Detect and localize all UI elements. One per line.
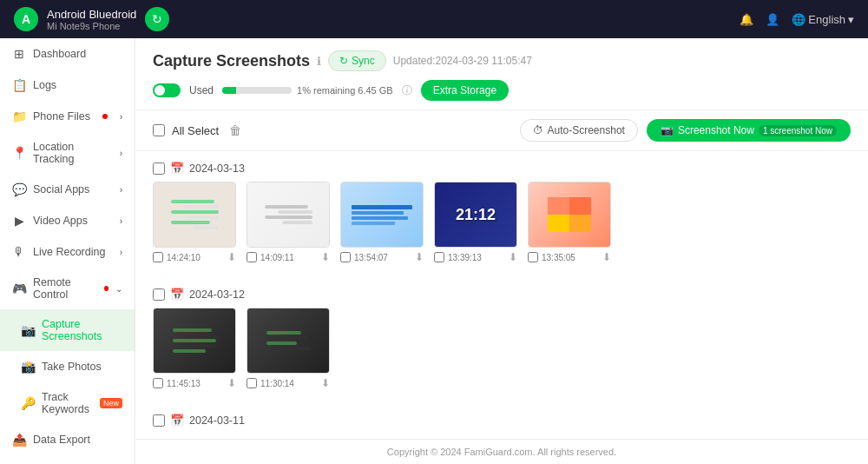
sidebar-item-logs[interactable]: 📋 Logs [0, 70, 135, 101]
download-icon[interactable]: ⬇ [227, 251, 236, 263]
page-title-row: Capture Screenshots ℹ ↻ Sync Updated:202… [153, 50, 851, 71]
navbar-sync-button[interactable]: ↻ [145, 7, 169, 31]
screenshot-now-button[interactable]: 📷 Screenshot Now 1 screenshot Now [647, 119, 851, 142]
screenshot-checkbox-time: 13:39:13 [434, 252, 482, 262]
app-logo: A [14, 7, 38, 31]
sidebar-item-social-apps[interactable]: 💬 Social Apps › [0, 174, 135, 205]
chevron-right-icon: › [120, 216, 122, 226]
screenshot-checkbox-time: 11:30:14 [247, 378, 294, 388]
screenshot-thumbnail [340, 182, 424, 248]
date-header-2: 📅 2024-03-11 [153, 403, 851, 434]
download-icon[interactable]: ⬇ [321, 377, 330, 389]
sidebar-item-dashboard[interactable]: ⊞ Dashboard [0, 38, 135, 70]
user-avatar-icon[interactable]: 👤 [766, 13, 779, 26]
thumbnail-preview [154, 182, 235, 247]
sidebar-item-track-keywords[interactable]: 🔑 Track Keywords New [0, 382, 135, 424]
sidebar-item-remote-control[interactable]: 🎮 Remote Control ⌄ [0, 268, 135, 309]
storage-bar [222, 87, 292, 94]
download-icon[interactable]: ⬇ [509, 251, 517, 263]
camera-icon: 📸 [21, 360, 35, 374]
svg-rect-1 [548, 197, 569, 215]
screenshot-time: 14:24:10 [167, 253, 201, 262]
info-icon[interactable]: ℹ [317, 55, 321, 68]
svg-rect-3 [548, 215, 569, 232]
sidebar-label-take-photos: Take Photos [42, 361, 102, 373]
screenshot-now-label: Screenshot Now [678, 124, 754, 136]
screenshot-item[interactable]: 14:24:10 ⬇ [153, 182, 236, 263]
download-icon[interactable]: ⬇ [321, 251, 330, 263]
screenshots-scroll: 📅 2024-03-13 [135, 151, 868, 439]
screenshot-item[interactable]: 11:45:13 ⬇ [153, 308, 236, 389]
sync-button[interactable]: ↻ Sync [328, 50, 386, 71]
date-label-1: 2024-03-12 [189, 288, 245, 301]
recording-icon: 🎙 [12, 245, 26, 259]
language-selector[interactable]: 🌐 English ▾ [792, 13, 854, 26]
sidebar-label-dashboard: Dashboard [33, 48, 86, 60]
all-select-checkbox[interactable] [153, 124, 165, 136]
storage-toggle[interactable] [153, 83, 181, 97]
screenshot-bottom: 11:45:13 ⬇ [153, 377, 236, 389]
sidebar-item-capture-screenshots[interactable]: 📷 Capture Screenshots [0, 309, 135, 351]
download-icon[interactable]: ⬇ [415, 251, 424, 263]
location-icon: 📍 [12, 146, 26, 160]
date-group-2024-03-11: 📅 2024-03-11 [153, 403, 851, 434]
keywords-icon: 🔑 [21, 396, 35, 410]
thumbnail-preview [247, 182, 329, 247]
chevron-right-icon: › [120, 185, 122, 195]
screenshot-checkbox[interactable] [528, 252, 538, 262]
screenshot-checkbox[interactable] [340, 252, 351, 262]
screenshot-checkbox[interactable] [153, 252, 163, 262]
date-group-2024-03-12: 📅 2024-03-12 [153, 277, 851, 389]
download-icon[interactable]: ⬇ [227, 377, 236, 389]
sidebar-item-take-photos[interactable]: 📸 Take Photos [0, 351, 135, 382]
sidebar-item-phone-files[interactable]: 📁 Phone Files › [0, 101, 135, 132]
screenshot-time: 13:35:05 [542, 253, 575, 262]
date-group-checkbox-1[interactable] [153, 288, 165, 301]
screenshot-time: 11:45:13 [167, 379, 201, 388]
screenshot-item[interactable]: 11:30:14 ⬇ [247, 308, 330, 389]
download-icon[interactable]: ⬇ [602, 251, 611, 263]
screenshot-checkbox[interactable] [247, 252, 257, 262]
toolbar: All Select 🗑 ⏱ Auto-Screenshot 📷 Screens… [135, 110, 868, 151]
screenshot-checkbox[interactable] [153, 378, 163, 388]
screenshot-item[interactable]: 13:54:07 ⬇ [340, 182, 424, 263]
screenshot-item[interactable]: 13:35:05 ⬇ [528, 182, 611, 263]
extra-storage-button[interactable]: Extra Storage [421, 80, 509, 101]
sidebar-item-location-tracking[interactable]: 📍 Location Tracking › [0, 132, 135, 174]
storage-row: Used 1% remaining 6.45 GB ⓘ Extra Storag… [153, 80, 851, 101]
auto-screenshot-button[interactable]: ⏱ Auto-Screenshot [520, 119, 638, 142]
chevron-down-icon: ⌄ [115, 284, 122, 294]
screenshot-checkbox[interactable] [434, 252, 444, 262]
export-icon: 📤 [12, 433, 26, 447]
date-group-checkbox-2[interactable] [153, 414, 165, 427]
screenshot-thumbnail [247, 182, 330, 248]
page-title: Capture Screenshots [153, 52, 310, 70]
screenshot-item[interactable]: 21:12 13:39:13 ⬇ [434, 182, 517, 263]
delete-icon[interactable]: 🗑 [229, 123, 241, 137]
notification-bell-icon[interactable]: 🔔 [740, 13, 753, 26]
screenshot-bottom: 13:35:05 ⬇ [528, 251, 611, 263]
sync-label: Sync [352, 55, 375, 67]
navbar-brand-info: Android Bluedroid Mi Note9s Phone [47, 8, 136, 31]
sidebar-item-live-recording[interactable]: 🎙 Live Recording › [0, 236, 135, 268]
date-label-2: 2024-03-11 [189, 414, 245, 427]
capture-icon: 📷 [21, 323, 35, 337]
sidebar-item-data-export[interactable]: 📤 Data Export [0, 424, 135, 455]
screenshot-item[interactable]: 14:09:11 ⬇ [247, 182, 330, 263]
language-label: English [808, 13, 845, 26]
screenshot-bottom: 14:09:11 ⬇ [247, 251, 330, 263]
screenshot-time: 11:30:14 [260, 379, 294, 388]
date-group-checkbox-0[interactable] [153, 162, 165, 175]
screenshot-checkbox[interactable] [247, 378, 257, 388]
thumbnail-preview [341, 182, 423, 247]
sidebar-label-capture: Capture Screenshots [42, 318, 122, 342]
time-on-screen: 21:12 [456, 206, 496, 224]
sidebar-item-permissions-check[interactable]: ✓ Permissions Check [0, 455, 135, 464]
sidebar-item-video-apps[interactable]: ▶ Video Apps › [0, 205, 135, 236]
sidebar-label-social: Social Apps [33, 183, 89, 196]
video-icon: ▶ [12, 214, 26, 228]
remote-icon: 🎮 [12, 282, 26, 295]
new-badge: New [100, 398, 122, 408]
sidebar-label-logs: Logs [33, 79, 56, 91]
storage-info-icon[interactable]: ⓘ [402, 83, 412, 98]
